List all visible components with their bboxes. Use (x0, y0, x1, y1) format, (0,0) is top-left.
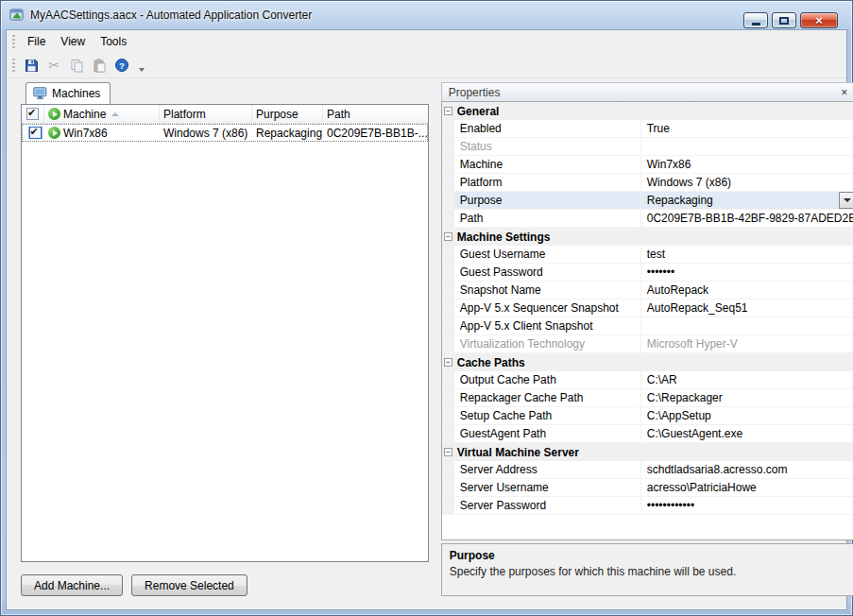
property-label: Status (454, 138, 641, 155)
row-gutter (442, 138, 454, 155)
remove-selected-button[interactable]: Remove Selected (131, 574, 247, 596)
property-row[interactable]: Output Cache PathC:\AR (442, 371, 853, 389)
property-value[interactable] (641, 138, 853, 155)
paste-button[interactable] (88, 55, 111, 77)
copy-button[interactable] (65, 55, 88, 77)
property-category[interactable]: −Machine Settings (442, 228, 853, 246)
property-value[interactable]: Repackaging (641, 192, 853, 209)
property-row[interactable]: GuestAgent PathC:\GuestAgent.exe (442, 425, 853, 443)
property-row[interactable]: Status (442, 138, 853, 156)
help-icon: ? (114, 58, 129, 73)
property-category[interactable]: −General (442, 102, 853, 120)
property-row[interactable]: Virtualization TechnologyMicrosoft Hyper… (442, 335, 853, 353)
property-value[interactable]: Windows 7 (x86) (641, 174, 853, 191)
column-header-purpose[interactable]: Purpose (252, 105, 323, 123)
property-label: Virtualization Technology (454, 335, 641, 352)
property-label: Server Address (454, 461, 641, 478)
checkbox-icon (29, 127, 42, 139)
property-row[interactable]: Path0C209E7B-BB1B-42BF-9829-87ADED2E (442, 210, 853, 228)
property-row[interactable]: MachineWin7x86 (442, 156, 853, 174)
tab-machines[interactable]: Machines (26, 82, 111, 104)
property-label: App-V 5.x Sequencer Snapshot (454, 299, 641, 317)
description-text: Specify the purposes for which this mach… (450, 565, 848, 578)
column-header-platform[interactable]: Platform (160, 105, 252, 123)
property-value[interactable]: C:\GuestAgent.exe (641, 425, 853, 442)
save-button[interactable] (20, 55, 43, 77)
property-row[interactable]: App-V 5.x Client Snapshot (442, 317, 853, 335)
property-row[interactable]: App-V 5.x Sequencer SnapshotAutoRepack_S… (442, 299, 853, 317)
property-value[interactable]: ••••••• (641, 264, 853, 281)
tab-machines-label: Machines (52, 87, 100, 100)
property-row[interactable]: Server Addressschdtladsaria8.acresso.com (442, 461, 853, 479)
menu-tools[interactable]: Tools (93, 32, 134, 51)
property-value[interactable]: C:\AppSetup (641, 407, 853, 424)
property-value[interactable] (641, 317, 853, 334)
property-label: App-V 5.x Client Snapshot (454, 317, 641, 334)
select-all-checkbox[interactable] (22, 105, 44, 123)
property-category[interactable]: −Cache Paths (442, 353, 853, 371)
machine-row[interactable]: Win7x86Windows 7 (x86)Repackaging0C209E7… (22, 124, 428, 142)
maximize-button[interactable] (772, 12, 796, 28)
property-value[interactable]: schdtladsaria8.acresso.com (641, 461, 853, 478)
property-value[interactable]: Win7x86 (641, 156, 853, 173)
property-row[interactable]: EnabledTrue (442, 120, 853, 138)
collapse-icon[interactable]: − (444, 107, 452, 115)
row-gutter (442, 317, 454, 334)
property-value[interactable]: True (641, 120, 853, 137)
column-header-path[interactable]: Path (323, 105, 428, 123)
toolbar-overflow-button[interactable] (135, 55, 147, 76)
property-row[interactable]: PlatformWindows 7 (x86) (442, 174, 853, 192)
property-row[interactable]: Snapshot NameAutoRepack (442, 282, 853, 299)
machine-platform: Windows 7 (x86) (160, 127, 252, 140)
toolbar-gripper-icon (12, 59, 15, 73)
maximize-icon (779, 17, 789, 25)
list-body: Win7x86Windows 7 (x86)Repackaging0C209E7… (22, 124, 428, 142)
add-machine-button[interactable]: Add Machine... (21, 574, 123, 596)
collapse-icon[interactable]: − (444, 448, 452, 456)
column-header-machine[interactable]: Machine (44, 105, 160, 123)
machine-path: 0C209E7B-BB1B-... (323, 127, 428, 140)
collapse-icon[interactable]: − (444, 358, 452, 367)
titlebar[interactable]: MyAACSettings.aacx - Automated Applicati… (6, 1, 847, 29)
property-row[interactable]: Guest Usernametest (442, 246, 853, 264)
property-value[interactable]: test (641, 246, 853, 263)
minimize-button[interactable] (743, 12, 768, 28)
property-value[interactable]: Microsoft Hyper-V (641, 335, 853, 352)
property-row[interactable]: Setup Cache PathC:\AppSetup (442, 407, 853, 425)
row-gutter (442, 497, 454, 514)
menu-file[interactable]: File (20, 32, 53, 51)
app-icon (9, 8, 25, 23)
row-gutter (442, 282, 454, 299)
save-icon (25, 59, 39, 73)
row-gutter (442, 461, 454, 478)
column-machine-label: Machine (63, 108, 106, 121)
menu-view[interactable]: View (53, 32, 93, 51)
property-row[interactable]: Server Password•••••••••••• (442, 497, 853, 515)
help-button[interactable]: ? (111, 55, 133, 77)
machine-checkbox[interactable] (22, 127, 44, 139)
property-value[interactable]: 0C209E7B-BB1B-42BF-9829-87ADED2E (641, 210, 853, 227)
client-area: File View Tools ✂ ? (6, 29, 847, 610)
menubar: File View Tools (7, 30, 846, 53)
row-gutter (442, 407, 454, 424)
property-value[interactable]: C:\AR (641, 371, 853, 388)
category-label: Virtual Machine Server (457, 446, 579, 459)
property-row[interactable]: Server Usernameacresso\PatriciaHowe (442, 479, 853, 497)
machines-list: Machine Platform Purpose Path Win7x86Win… (21, 104, 429, 562)
row-gutter (442, 174, 454, 191)
property-category[interactable]: −Virtual Machine Server (442, 443, 853, 461)
close-panel-icon[interactable]: × (839, 86, 849, 99)
property-value[interactable]: AutoRepack_Seq51 (641, 299, 853, 317)
close-button[interactable]: × (800, 12, 838, 28)
property-value[interactable]: C:\Repackager (641, 389, 853, 406)
dropdown-button[interactable] (839, 192, 853, 209)
property-value[interactable]: •••••••••••• (641, 497, 853, 514)
property-row[interactable]: Guest Password••••••• (442, 264, 853, 282)
property-row[interactable]: PurposeRepackaging (442, 192, 853, 210)
property-value[interactable]: acresso\PatriciaHowe (641, 479, 853, 496)
category-label: Machine Settings (457, 231, 551, 244)
property-value[interactable]: AutoRepack (641, 282, 853, 299)
property-row[interactable]: Repackager Cache PathC:\Repackager (442, 389, 853, 407)
cut-button[interactable]: ✂ (43, 55, 65, 77)
collapse-icon[interactable]: − (444, 232, 452, 241)
